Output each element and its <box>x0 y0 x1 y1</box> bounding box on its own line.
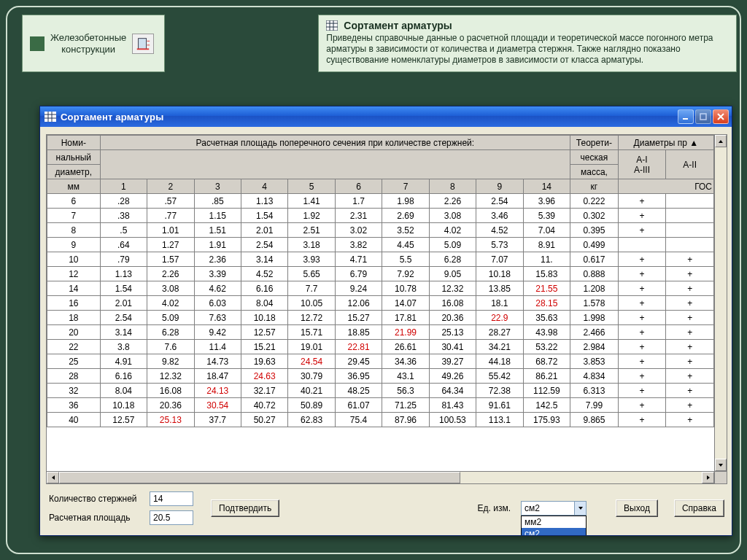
exit-button[interactable]: Выход <box>616 499 658 517</box>
col-a1-a3: A-IA-III <box>618 150 666 179</box>
unit-selected: см2 <box>522 503 574 513</box>
table-row[interactable]: 7.38.771.151.541.922.312.693.083.465.390… <box>47 209 714 223</box>
table-row[interactable]: 4012.5725.1337.750.2762.8375.487.96100.5… <box>47 413 714 427</box>
close-button[interactable] <box>713 109 729 124</box>
table-row[interactable]: 10.791.572.363.143.934.715.56.287.0711.0… <box>47 252 714 267</box>
header-right-desc: Приведены справочные данные о расчетной … <box>326 33 729 66</box>
col-qty-8: 8 <box>429 179 476 194</box>
svg-rect-14 <box>683 118 688 120</box>
area-input[interactable] <box>150 510 193 525</box>
svg-rect-0 <box>139 38 147 49</box>
col-mass: Теорети- <box>570 136 619 150</box>
table-row[interactable]: 3610.1820.3630.5440.7250.8961.0771.2581.… <box>47 398 714 413</box>
table-row[interactable]: 254.919.8214.7319.6324.5429.4534.3639.27… <box>47 354 714 369</box>
data-grid[interactable]: Номи-Расчетная площадь поперечного сечен… <box>46 134 727 484</box>
table-row[interactable]: 8.51.011.512.012.513.023.524.024.527.040… <box>47 223 714 238</box>
col-qty-3: 3 <box>194 179 241 194</box>
scroll-down-icon[interactable] <box>715 459 727 471</box>
col-qty-1: 1 <box>100 179 147 194</box>
header-panel-right: Сортамент арматуры Приведены справочные … <box>318 15 737 72</box>
title-table-icon <box>44 112 56 122</box>
svg-rect-4 <box>326 20 338 31</box>
col-qty-7: 7 <box>382 179 429 194</box>
minimize-button[interactable] <box>678 109 694 124</box>
header-panel-left: Железобетонные конструкции <box>22 15 165 72</box>
table-row[interactable]: 223.87.611.415.2119.0122.8126.6130.4134.… <box>47 340 714 354</box>
table-row[interactable]: 6.28.57.851.131.411.71.982.262.543.960.2… <box>47 194 714 209</box>
col-qty-6: 6 <box>335 179 382 194</box>
unit-label: Ед. изм. <box>478 503 511 513</box>
col-span-area: Расчетная площадь поперечного сечения пр… <box>100 136 570 150</box>
header-left-line1: Железобетонные <box>50 32 126 43</box>
unit-option-mm2[interactable]: мм2 <box>522 516 586 528</box>
qty-input[interactable] <box>150 491 193 506</box>
header-left-line2: конструкции <box>61 44 115 55</box>
vertical-scrollbar[interactable] <box>714 135 727 471</box>
window: Сортамент арматуры Номи-Расчетная площад… <box>39 106 732 536</box>
horizontal-scrollbar[interactable] <box>47 471 727 483</box>
diagram-icon <box>132 34 154 54</box>
table-row[interactable]: 141.543.084.626.167.79.2410.7812.3213.85… <box>47 281 714 296</box>
table-row[interactable]: 286.1612.3218.4724.6330.7936.9543.149.26… <box>47 369 714 384</box>
col-diameters: Диаметры пр ▲ <box>618 136 713 150</box>
scroll-up-icon[interactable] <box>715 135 727 147</box>
help-button[interactable]: Справка <box>674 499 724 517</box>
unit-option-cm2[interactable]: см2 <box>522 528 586 535</box>
maximize-button[interactable] <box>695 109 711 124</box>
svg-rect-9 <box>44 112 56 122</box>
material-icon <box>30 36 44 51</box>
col-nominal: Номи- <box>47 136 101 150</box>
table-icon <box>326 20 338 31</box>
table-row[interactable]: 9.641.271.912.543.183.824.455.095.738.91… <box>47 238 714 252</box>
col-qty-5: 5 <box>288 179 335 194</box>
scroll-right-icon[interactable] <box>702 472 714 483</box>
area-label: Расчетная площадь <box>49 513 144 523</box>
svg-rect-15 <box>700 114 706 120</box>
col-qty-14: 14 <box>523 179 570 194</box>
col-qty-9: 9 <box>476 179 523 194</box>
col-gost: ГОС <box>618 179 713 194</box>
unit-dropdown-list[interactable]: мм2 см2 <box>521 516 587 535</box>
header-right-title: Сортамент арматуры <box>344 20 452 31</box>
unit-select[interactable]: см2 мм2 см2 <box>521 501 587 516</box>
chevron-down-icon[interactable] <box>574 502 586 515</box>
col-qty-4: 4 <box>241 179 287 194</box>
table-row[interactable]: 162.014.026.038.0410.0512.0614.0716.0818… <box>47 296 714 311</box>
titlebar[interactable]: Сортамент арматуры <box>40 106 732 127</box>
scroll-thumb[interactable] <box>59 472 460 483</box>
window-title: Сортамент арматуры <box>61 112 678 122</box>
table-row[interactable]: 121.132.263.394.525.656.797.929.0510.181… <box>47 267 714 281</box>
confirm-button[interactable]: Подтвердить <box>211 499 279 517</box>
scroll-left-icon[interactable] <box>47 472 59 483</box>
table-row[interactable]: 182.545.097.6310.1812.7215.2717.8120.362… <box>47 311 714 325</box>
table-row[interactable]: 328.0416.0824.1332.1740.2148.2556.364.34… <box>47 384 714 398</box>
qty-label: Количество стержней <box>49 494 144 504</box>
table-row[interactable]: 203.146.289.4212.5715.7118.8521.9925.132… <box>47 325 714 340</box>
col-qty-2: 2 <box>147 179 194 194</box>
col-a2: A-II <box>666 150 714 179</box>
